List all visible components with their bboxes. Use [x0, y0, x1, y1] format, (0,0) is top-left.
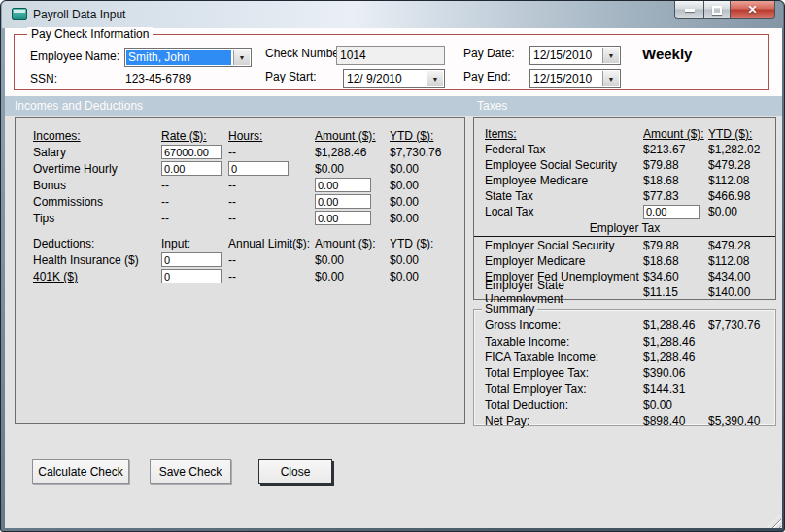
- paycheck-info-group-title: Pay Check Information: [27, 27, 153, 41]
- ytd-col-header: YTD ($):: [708, 127, 768, 141]
- health-insurance-input[interactable]: [161, 252, 222, 267]
- pay-start-label: Pay Start:: [265, 70, 317, 83]
- summary-amount: $390.06: [643, 366, 708, 380]
- salary-rate-input[interactable]: [161, 145, 222, 159]
- income-name: Salary: [33, 146, 161, 159]
- tax-ytd: $0.00: [708, 205, 768, 218]
- taxes-header-row: Items: Amount ($): YTD ($):: [485, 126, 768, 142]
- pay-start-picker[interactable]: 12/ 9/2010 ▼: [343, 69, 445, 88]
- summary-ytd: $5,390.40: [708, 415, 768, 428]
- income-name: Overtime Hourly: [33, 162, 161, 176]
- pay-end-value: 12/15/2010: [530, 72, 601, 85]
- deductions-col-header: Deductions:: [33, 237, 161, 250]
- local-tax-input[interactable]: [643, 205, 700, 219]
- tax-amount: $213.67: [643, 143, 708, 156]
- calculate-check-button[interactable]: Calculate Check: [32, 459, 129, 484]
- ssn-value: 123-45-6789: [125, 72, 191, 85]
- check-number-label: Check Number:: [265, 47, 346, 60]
- tax-name: Employee Social Security: [485, 158, 643, 172]
- tax-row-federal: Federal Tax $213.67 $1,282.02: [485, 142, 768, 157]
- tax-amount: $79.88: [643, 239, 708, 252]
- summary-label: Total Employee Tax:: [485, 366, 643, 380]
- pay-date-label: Pay Date:: [463, 47, 515, 60]
- pay-end-picker[interactable]: 12/15/2010 ▼: [529, 69, 621, 88]
- summary-row-total-employer-tax: Total Employer Tax: $144.31: [485, 382, 768, 397]
- window-title: Payroll Data Input: [33, 8, 125, 21]
- app-icon: [12, 8, 27, 20]
- summary-label: Total Employer Tax:: [485, 382, 643, 396]
- amount-col-header: Amount ($):: [643, 127, 708, 141]
- overtime-rate-input[interactable]: [161, 161, 222, 176]
- pay-end-label: Pay End:: [463, 70, 511, 83]
- deduction-ytd: $0.00: [390, 253, 458, 267]
- 401k-input[interactable]: [161, 269, 222, 283]
- income-name: Tips: [33, 212, 161, 225]
- tax-row-local: Local Tax $0.00: [485, 204, 768, 219]
- income-hours: --: [228, 179, 315, 192]
- income-amount: $0.00: [315, 162, 390, 176]
- tips-amount-input[interactable]: [315, 211, 371, 225]
- ytd-col-header: YTD ($):: [390, 237, 458, 250]
- summary-amount: $898.40: [643, 415, 708, 428]
- employer-tax-subheader: Employer Tax: [474, 221, 775, 237]
- overtime-hours-input[interactable]: [228, 161, 289, 176]
- taxes-panel: Items: Amount ($): YTD ($): Federal Tax …: [473, 117, 776, 300]
- summary-label: Net Pay:: [485, 415, 643, 428]
- tax-ytd: $1,282.02: [708, 143, 768, 156]
- save-check-button[interactable]: Save Check: [150, 459, 231, 484]
- deduction-ytd: $0.00: [390, 270, 458, 283]
- income-row-commissions: Commissions -- -- $0.00: [33, 193, 464, 210]
- summary-label: Total Deduction:: [485, 398, 643, 412]
- annual-limit-col-header: Annual Limit($):: [228, 237, 315, 250]
- summary-amount: $0.00: [643, 398, 708, 412]
- title-bar[interactable]: Payroll Data Input ✕: [2, 1, 783, 28]
- chevron-down-icon[interactable]: ▼: [427, 71, 443, 86]
- tax-amount: $77.83: [643, 189, 708, 203]
- dialog-client-area: Pay Check Information Employee Name: Smi…: [5, 28, 782, 528]
- bonus-amount-input[interactable]: [315, 178, 371, 192]
- deduction-row-401k: 401K ($) -- $0.00 $0.00: [33, 268, 464, 284]
- summary-row-taxable-income: Taxable Income: $1,288.46: [485, 333, 768, 349]
- summary-row-total-deduction: Total Deduction: $0.00: [485, 397, 768, 413]
- tax-name: Local Tax: [485, 205, 643, 218]
- income-row-overtime: Overtime Hourly $0.00 $0.00: [33, 160, 464, 177]
- maximize-button[interactable]: [703, 1, 731, 19]
- tax-ytd: $479.28: [708, 158, 768, 172]
- tax-amount: $11.15: [643, 285, 708, 299]
- summary-row-fica-taxable-income: FICA Taxable Income: $1,288.46: [485, 349, 768, 365]
- close-button[interactable]: Close: [258, 459, 332, 484]
- tax-ytd: $466.98: [708, 189, 768, 203]
- tax-amount: $34.60: [643, 270, 708, 283]
- income-ytd: $0.00: [390, 212, 458, 225]
- hours-col-header: Hours:: [228, 129, 315, 143]
- summary-label: FICA Taxable Income:: [485, 350, 643, 364]
- summary-group-title: Summary: [482, 302, 537, 316]
- tax-name: Employer Medicare: [485, 254, 643, 268]
- incomes-header-row: Incomes: Rate ($): Hours: Amount ($): YT…: [33, 127, 464, 144]
- maximize-icon: [712, 6, 722, 15]
- minimize-icon: [685, 9, 695, 12]
- employee-name-combobox[interactable]: Smith, John ▼: [124, 48, 252, 67]
- payroll-window: Payroll Data Input ✕ Pay Check Informati…: [0, 0, 785, 532]
- tax-name: State Tax: [485, 189, 643, 203]
- close-window-button[interactable]: ✕: [731, 1, 775, 19]
- income-row-bonus: Bonus -- -- $0.00: [33, 177, 464, 193]
- close-icon: ✕: [747, 3, 757, 17]
- chevron-down-icon[interactable]: ▼: [233, 50, 250, 65]
- employee-name-label: Employee Name:: [30, 50, 119, 63]
- chevron-down-icon[interactable]: ▼: [602, 48, 619, 63]
- deduction-limit: --: [228, 253, 315, 267]
- taxes-section-title: Taxes: [477, 99, 507, 113]
- income-name: Bonus: [33, 179, 161, 192]
- check-number-field[interactable]: [336, 46, 445, 65]
- ssn-label: SSN:: [30, 72, 57, 85]
- minimize-button[interactable]: [674, 1, 703, 19]
- summary-amount: $1,288.46: [643, 335, 708, 349]
- chevron-down-icon[interactable]: ▼: [602, 71, 619, 86]
- summary-row-net-pay: Net Pay: $898.40 $5,390.40: [485, 413, 768, 428]
- pay-date-picker[interactable]: 12/15/2010 ▼: [529, 46, 621, 65]
- amount-col-header: Amount ($):: [315, 129, 390, 143]
- commissions-amount-input[interactable]: [315, 194, 371, 209]
- rate-col-header: Rate ($):: [161, 129, 228, 143]
- income-row-tips: Tips -- -- $0.00: [33, 210, 464, 226]
